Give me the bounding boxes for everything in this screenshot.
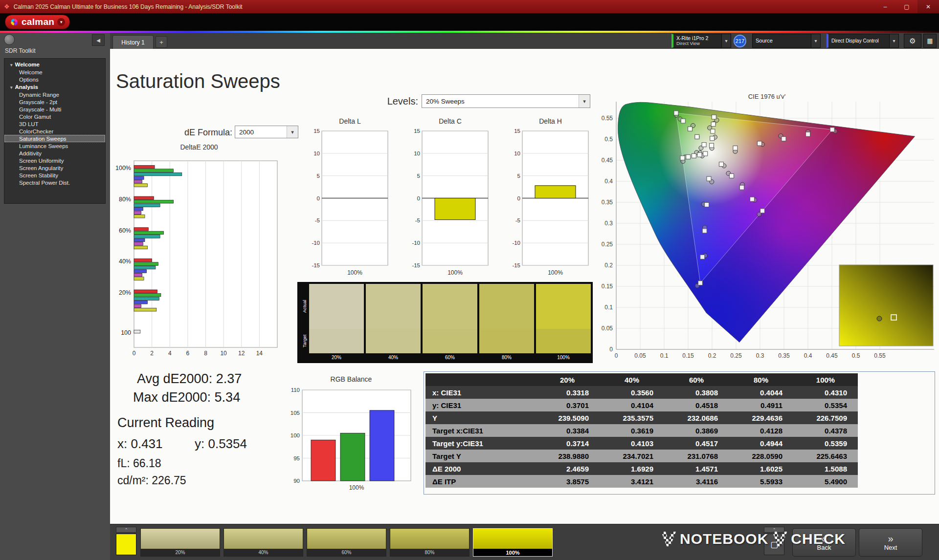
table-row-label: Target x:CIE31 — [425, 424, 535, 437]
delta-c-chart: Delta C -15-10-5051015100% — [407, 117, 493, 278]
sidebar-group-welcome[interactable]: ▾Welcome — [4, 61, 105, 68]
table-cell: 0.3869 — [664, 424, 729, 437]
close-button[interactable]: ✕ — [917, 0, 939, 13]
svg-text:0.2: 0.2 — [604, 262, 613, 269]
current-fl-value: fL: 66.18 — [117, 457, 161, 470]
de-formula-dropdown[interactable]: 2000 ▾ — [235, 126, 298, 138]
svg-text:100%: 100% — [349, 484, 364, 491]
svg-text:0.35: 0.35 — [602, 199, 613, 206]
sidebar-item-grayscale-2pt[interactable]: Grayscale - 2pt — [4, 98, 105, 106]
display-control-dropdown[interactable]: Direct Display Control ▾ — [827, 34, 899, 48]
sidebar-home-button[interactable] — [4, 34, 15, 45]
chevrons-right-icon: » — [888, 534, 893, 543]
chevron-down-icon[interactable]: ▾ — [287, 126, 298, 138]
logo-menu-chevron-icon[interactable]: ▾ — [57, 18, 65, 26]
sidebar-item-grayscale-multi[interactable]: Grayscale - Multi — [4, 106, 105, 113]
table-col-header: 20% — [535, 373, 600, 386]
sidebar-item-screen-angularity[interactable]: Screen Angularity — [4, 164, 105, 172]
sidebar-collapse-button[interactable]: ◀ — [92, 34, 105, 46]
pattern-options-tab[interactable]: ⌃ — [764, 527, 784, 533]
sample-swatch — [473, 529, 552, 549]
actual-row-label: Actual — [299, 284, 309, 329]
chevron-down-icon[interactable]: ▾ — [889, 34, 898, 47]
sample-button-20[interactable]: 20% — [140, 528, 220, 557]
maximize-button[interactable]: ▢ — [896, 0, 917, 13]
sidebar-item-color-gamut[interactable]: Color Gamut — [4, 113, 105, 120]
sidebar-group-analysis[interactable]: ▾Analysis — [4, 83, 105, 91]
levels-dropdown[interactable]: 20% Sweeps ▾ — [422, 94, 590, 108]
add-tab-button[interactable]: + — [156, 36, 167, 48]
swatch-label: 80% — [479, 353, 534, 361]
chart-title: CIE 1976 u'v' — [596, 93, 938, 103]
app-icon: ❖ — [4, 3, 10, 10]
settings-button[interactable]: ⚙ — [904, 34, 921, 48]
sidebar-item-screen-uniformity[interactable]: Screen Uniformity — [4, 157, 105, 164]
sample-button-40[interactable]: 40% — [224, 528, 303, 557]
measurement-table-panel: 20%40%60%80%100%x: CIE310.33180.35600.38… — [424, 371, 935, 495]
swatch-column-20: 20% — [309, 284, 364, 361]
minimize-button[interactable]: – — [874, 0, 896, 13]
chevron-down-icon[interactable]: ▾ — [811, 34, 820, 47]
sidebar-item-welcome[interactable]: Welcome — [4, 68, 105, 76]
table-col-header: 60% — [664, 373, 729, 386]
svg-text:110: 110 — [291, 387, 300, 393]
sidebar-item-options[interactable]: Options — [4, 76, 105, 83]
tab-bar: History 1 + X-Rite i1Pro 2 Direct View ▾… — [110, 33, 939, 49]
table-cell: 0.4944 — [729, 437, 793, 450]
sidebar-item-dynamic-range[interactable]: Dynamic Range — [4, 91, 105, 98]
levels-label: Levels: — [342, 96, 418, 107]
target-swatch — [423, 329, 477, 353]
table-cell: 231.0768 — [664, 450, 729, 462]
sample-button-60[interactable]: 60% — [307, 528, 386, 557]
next-button[interactable]: » Next — [859, 528, 922, 557]
svg-text:40%: 40% — [119, 258, 131, 265]
svg-text:-15: -15 — [412, 262, 420, 268]
svg-text:0.5: 0.5 — [604, 136, 613, 143]
current-patch-button[interactable] — [116, 534, 136, 555]
sidebar-item-luminance-sweeps[interactable]: Luminance Sweeps — [4, 142, 105, 150]
calman-logo-button[interactable]: calman ▾ — [5, 15, 70, 29]
table-cell: 3.4116 — [664, 475, 729, 488]
reading-count-badge: 217 — [734, 35, 746, 47]
sidebar-item-saturation-sweeps[interactable]: Saturation Sweeps — [4, 135, 105, 142]
meter-dropdown[interactable]: X-Rite i1Pro 2 Direct View ▾ — [671, 34, 731, 48]
table-row-label: x: CIE31 — [425, 386, 535, 399]
svg-text:5: 5 — [317, 173, 320, 179]
sample-button-80[interactable]: 80% — [390, 528, 470, 557]
svg-text:0: 0 — [609, 346, 613, 353]
table-cell: 228.0590 — [729, 450, 793, 462]
patch-options-tab[interactable]: ⌃ — [116, 527, 136, 533]
svg-text:0: 0 — [517, 195, 520, 201]
table-cell: 0.5354 — [793, 399, 858, 411]
swatch-row-labels: Actual Target — [299, 284, 309, 361]
table-cell: 1.6929 — [600, 462, 664, 475]
tab-history-1[interactable]: History 1 — [112, 35, 154, 49]
layout-button[interactable]: ▦ — [923, 34, 937, 48]
back-label: Back — [817, 544, 831, 551]
svg-text:-5: -5 — [415, 217, 420, 223]
sample-button-100[interactable]: 100% — [473, 528, 553, 557]
grid-icon: ▦ — [927, 37, 933, 44]
deltae-bar-chart-plot: 02468101214100%80%60%40%20%100 — [113, 153, 285, 362]
pattern-window-button[interactable]: ▢ — [764, 534, 784, 555]
sidebar-item-3d-lut[interactable]: 3D LUT — [4, 120, 105, 128]
chevron-down-icon[interactable]: ▾ — [721, 34, 731, 47]
sidebar-item-additivity[interactable]: Additivity — [4, 150, 105, 157]
source-dropdown[interactable]: Source ▾ — [752, 34, 821, 48]
sidebar-item-screen-stability[interactable]: Screen Stability — [4, 172, 105, 179]
svg-text:0.4: 0.4 — [804, 352, 812, 359]
current-y-value: y: 0.5354 — [195, 436, 247, 452]
sidebar-item-colorchecker[interactable]: ColorChecker — [4, 128, 105, 135]
sample-label: 60% — [307, 549, 386, 556]
svg-text:10: 10 — [414, 151, 420, 156]
target-swatch — [536, 329, 591, 353]
svg-text:-15: -15 — [312, 262, 320, 268]
chart-title: RGB Balance — [283, 375, 420, 385]
sidebar-item-spectral-power-dist[interactable]: Spectral Power Dist. — [4, 179, 105, 186]
svg-text:6: 6 — [186, 350, 190, 357]
table-cell: 0.4128 — [729, 424, 793, 437]
table-cell: 0.4044 — [729, 386, 793, 399]
chevron-down-icon[interactable]: ▾ — [579, 95, 590, 108]
back-button[interactable]: « Back — [792, 528, 856, 557]
table-cell: 0.3318 — [535, 386, 600, 399]
